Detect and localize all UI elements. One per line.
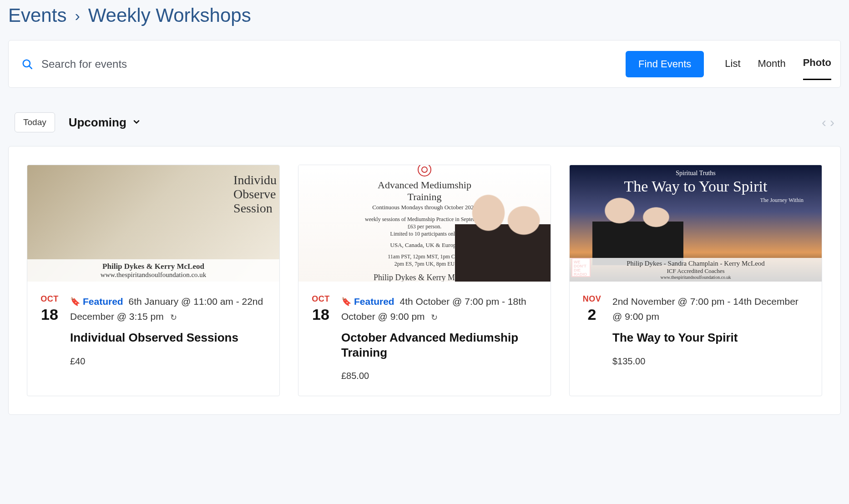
image-tag: ICF Accredited Coaches bbox=[571, 267, 821, 275]
event-price: £85.00 bbox=[341, 371, 539, 381]
date-column: OCT 18 bbox=[310, 294, 331, 381]
image-url: www.thespiritandsoulfoundation.co.uk bbox=[29, 271, 278, 279]
image-corner-title: IndividuObserveSession bbox=[233, 173, 277, 215]
card-grid: IndividuObserveSession Philip Dykes & Ke… bbox=[27, 165, 822, 396]
bookmark-icon: 🔖 bbox=[341, 297, 351, 306]
event-title: The Way to Your Spirit bbox=[612, 330, 810, 345]
event-image: IndividuObserveSession Philip Dykes & Ke… bbox=[27, 165, 279, 282]
event-image: Advanced Mediumship Training Continuous … bbox=[298, 165, 551, 282]
chevron-right-icon: › bbox=[75, 7, 80, 25]
tab-list[interactable]: List bbox=[725, 49, 740, 80]
event-body: OCT 18 🔖Featured 4th October @ 7:00 pm -… bbox=[298, 282, 551, 396]
filter-row: Today Upcoming ‹ › bbox=[8, 112, 841, 132]
image-caption: Philip Dykes - Sandra Champlain - Kerry … bbox=[570, 258, 822, 282]
search-icon bbox=[21, 58, 33, 70]
cards-container: IndividuObserveSession Philip Dykes & Ke… bbox=[8, 146, 841, 415]
today-button[interactable]: Today bbox=[15, 112, 55, 132]
event-month: OCT bbox=[39, 294, 60, 304]
search-bar: Find Events List Month Photo bbox=[8, 40, 841, 88]
event-card[interactable]: IndividuObserveSession Philip Dykes & Ke… bbox=[27, 165, 280, 396]
tab-photo[interactable]: Photo bbox=[803, 48, 831, 80]
pager-arrows: ‹ › bbox=[822, 115, 834, 130]
image-names: Philip Dykes - Sandra Champlain - Kerry … bbox=[571, 260, 821, 267]
svg-line-1 bbox=[29, 66, 31, 68]
event-body: NOV 2 2nd November @ 7:00 pm - 14th Dece… bbox=[570, 282, 822, 381]
event-card[interactable]: Spiritual Truths The Way to Your Spirit … bbox=[569, 165, 822, 396]
event-month: OCT bbox=[310, 294, 331, 304]
breadcrumb-root[interactable]: Events bbox=[8, 5, 66, 26]
event-body: OCT 18 🔖Featured 6th January @ 11:00 am … bbox=[27, 282, 279, 381]
breadcrumb-current: Weekly Workshops bbox=[88, 5, 251, 26]
image-people-illustration bbox=[455, 186, 551, 282]
event-price: $135.00 bbox=[612, 356, 810, 367]
image-url: www.thespiritandsoulfoundation.co.uk bbox=[571, 275, 821, 280]
image-caption: Philip Dykes & Kerry McLeod www.thespiri… bbox=[27, 259, 279, 282]
event-price: £40 bbox=[70, 356, 268, 367]
upcoming-label: Upcoming bbox=[69, 116, 126, 130]
event-day: 18 bbox=[310, 306, 331, 323]
event-title: Individual Observed Sessions bbox=[70, 330, 268, 345]
event-image: Spiritual Truths The Way to Your Spirit … bbox=[570, 165, 822, 282]
event-meta: 🔖Featured 4th October @ 7:00 pm - 18th O… bbox=[341, 294, 539, 324]
recurring-icon: ↻ bbox=[170, 313, 177, 322]
featured-badge: Featured bbox=[354, 296, 394, 307]
recurring-icon: ↻ bbox=[431, 313, 438, 322]
image-kicker: Spiritual Truths bbox=[570, 170, 822, 177]
event-card[interactable]: Advanced Mediumship Training Continuous … bbox=[298, 165, 551, 396]
prev-arrow-icon[interactable]: ‹ bbox=[822, 115, 826, 130]
next-arrow-icon[interactable]: › bbox=[830, 115, 834, 130]
image-names: Philip Dykes & Kerry McLeod bbox=[29, 262, 278, 271]
view-tabs: List Month Photo bbox=[725, 48, 831, 80]
upcoming-dropdown[interactable]: Upcoming bbox=[69, 116, 141, 130]
tab-month[interactable]: Month bbox=[758, 49, 786, 80]
chevron-down-icon bbox=[132, 116, 141, 130]
date-column: OCT 18 bbox=[39, 294, 60, 367]
event-day: 18 bbox=[39, 306, 60, 323]
event-month: NOV bbox=[581, 294, 602, 304]
find-events-button[interactable]: Find Events bbox=[626, 51, 704, 77]
bookmark-icon: 🔖 bbox=[70, 297, 80, 306]
event-meta: 2nd November @ 7:00 pm - 14th December @… bbox=[612, 294, 810, 324]
event-title: October Advanced Mediumship Training bbox=[341, 330, 539, 360]
breadcrumb: Events › Weekly Workshops bbox=[8, 0, 841, 40]
info-column: 🔖Featured 4th October @ 7:00 pm - 18th O… bbox=[341, 294, 539, 381]
event-meta: 🔖Featured 6th January @ 11:00 am - 22nd … bbox=[70, 294, 268, 324]
image-logo-icon bbox=[418, 165, 431, 176]
date-column: NOV 2 bbox=[581, 294, 602, 367]
featured-badge: Featured bbox=[83, 296, 123, 307]
event-date-range: 2nd November @ 7:00 pm - 14th December @… bbox=[612, 296, 798, 322]
event-day: 2 bbox=[581, 306, 602, 323]
search-input[interactable] bbox=[41, 58, 617, 71]
info-column: 🔖Featured 6th January @ 11:00 am - 22nd … bbox=[70, 294, 268, 367]
info-column: 2nd November @ 7:00 pm - 14th December @… bbox=[612, 294, 810, 367]
image-people-illustration bbox=[592, 192, 683, 265]
